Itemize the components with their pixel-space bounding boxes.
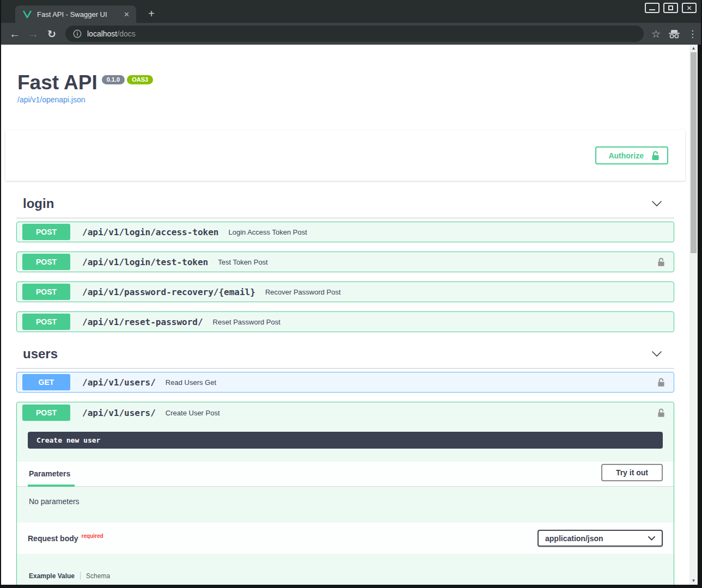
try-it-out-button[interactable]: Try it out xyxy=(601,464,663,481)
incognito-icon xyxy=(668,29,680,39)
unlocked-padlock-icon xyxy=(651,151,660,161)
scroll-up-arrow[interactable]: ▲ xyxy=(689,45,698,52)
parameters-tab: Parameters xyxy=(28,462,75,487)
reload-button[interactable]: ↻ xyxy=(42,29,61,39)
openapi-json-link[interactable]: /api/v1/openapi.json xyxy=(17,95,86,104)
maximize-icon xyxy=(668,5,673,10)
page-title: Fast API0.1.0OAS3 xyxy=(17,72,674,94)
swagger-page: Fast API0.1.0OAS3 /api/v1/openapi.json A… xyxy=(1,45,689,585)
endpoint-summary: Test Token Post xyxy=(218,258,657,266)
request-body-section: Request bodyrequired application/json xyxy=(17,523,674,554)
version-badge: 0.1.0 xyxy=(102,75,125,84)
auth-lock-icon[interactable] xyxy=(657,258,665,267)
tab-title: Fast API - Swagger UI xyxy=(37,10,117,19)
endpoint-path: /api/v1/login/access-token xyxy=(82,227,218,237)
endpoint-path: /api/v1/password-recovery/{email} xyxy=(82,287,255,297)
method-badge: POST xyxy=(22,405,70,421)
back-button[interactable]: ← xyxy=(5,28,24,39)
endpoint-path: /api/v1/reset-password/ xyxy=(82,317,203,327)
operation-description: Create new user xyxy=(28,432,663,449)
endpoint-path: /api/v1/login/test-token xyxy=(82,257,208,267)
method-badge: POST xyxy=(22,224,70,240)
endpoint-row-password-recovery[interactable]: POST /api/v1/password-recovery/{email} R… xyxy=(16,281,674,302)
endpoint-summary: Read Users Get xyxy=(166,378,657,387)
tab-divider xyxy=(80,572,81,580)
tab-close-icon[interactable]: ✕ xyxy=(123,10,131,19)
example-value-tab[interactable]: Example Value xyxy=(29,572,75,580)
request-body-label: Request bodyrequired xyxy=(28,534,103,543)
tag-name: users xyxy=(23,346,58,362)
fastapi-favicon-icon xyxy=(23,10,32,19)
forward-button[interactable]: → xyxy=(24,28,42,39)
endpoint-summary: Create User Post xyxy=(166,409,657,417)
new-tab-button[interactable]: + xyxy=(145,8,158,20)
schema-tab[interactable]: Schema xyxy=(86,572,110,580)
media-type-select[interactable]: application/json xyxy=(538,530,663,547)
no-parameters-text: No parameters xyxy=(17,487,674,520)
browser-titlebar: Fast API - Swagger UI ✕ + ✕ xyxy=(1,0,701,23)
endpoint-summary: Reset Password Post xyxy=(213,318,668,326)
chevron-down-icon xyxy=(651,351,662,357)
authorize-button[interactable]: Authorize xyxy=(595,146,668,164)
scheme-container: Authorize xyxy=(5,130,685,181)
required-badge: required xyxy=(82,533,103,539)
endpoint-row-login-test-token[interactable]: POST /api/v1/login/test-token Test Token… xyxy=(16,252,674,272)
bookmark-star-icon[interactable]: ☆ xyxy=(651,28,661,40)
page-scrollbar[interactable]: ▲ ▼ xyxy=(689,45,698,585)
window-close-button[interactable]: ✕ xyxy=(682,3,697,13)
endpoint-summary: Login Access Token Post xyxy=(228,228,668,236)
endpoint-row-login-access-token[interactable]: POST /api/v1/login/access-token Login Ac… xyxy=(16,222,674,242)
url-text: localhost/docs xyxy=(87,29,136,38)
tag-header-login[interactable]: login xyxy=(16,196,674,218)
close-icon: ✕ xyxy=(686,5,692,11)
tag-name: login xyxy=(23,196,54,211)
scrollbar-thumb[interactable] xyxy=(691,52,697,253)
endpoint-path: /api/v1/users/ xyxy=(82,408,156,418)
chevron-down-icon xyxy=(648,536,655,541)
endpoint-row-read-users[interactable]: GET /api/v1/users/ Read Users Get xyxy=(16,372,674,393)
oas3-badge: OAS3 xyxy=(127,75,153,84)
minimize-icon xyxy=(649,9,655,10)
scroll-down-arrow[interactable]: ▼ xyxy=(689,577,698,585)
endpoint-expanded-create-user: POST /api/v1/users/ Create User Post Cre… xyxy=(16,402,674,585)
window-minimize-button[interactable] xyxy=(645,3,660,13)
endpoint-path: /api/v1/users/ xyxy=(82,377,156,388)
method-badge: POST xyxy=(22,284,70,300)
method-badge: GET xyxy=(22,374,70,390)
auth-lock-icon[interactable] xyxy=(657,408,665,418)
auth-lock-icon[interactable] xyxy=(657,378,665,387)
model-example-tabs: Example Value Schema xyxy=(17,554,674,585)
address-bar[interactable]: localhost/docs xyxy=(65,26,644,42)
browser-tab[interactable]: Fast API - Swagger UI ✕ xyxy=(15,5,136,23)
endpoint-summary: Recover Password Post xyxy=(265,288,668,296)
method-badge: POST xyxy=(22,254,70,270)
method-badge: POST xyxy=(22,314,70,330)
tag-header-users[interactable]: users xyxy=(16,346,674,369)
endpoint-row-reset-password[interactable]: POST /api/v1/reset-password/ Reset Passw… xyxy=(16,311,674,332)
browser-toolbar: ← → ↻ localhost/docs ☆ ⋮ xyxy=(1,23,701,45)
parameters-header: Parameters Try it out xyxy=(17,462,674,487)
site-info-icon[interactable] xyxy=(73,29,82,38)
browser-menu-icon[interactable]: ⋮ xyxy=(688,28,694,40)
chevron-down-icon xyxy=(651,200,662,207)
endpoint-row-create-user[interactable]: POST /api/v1/users/ Create User Post xyxy=(17,402,674,423)
window-maximize-button[interactable] xyxy=(663,3,678,13)
